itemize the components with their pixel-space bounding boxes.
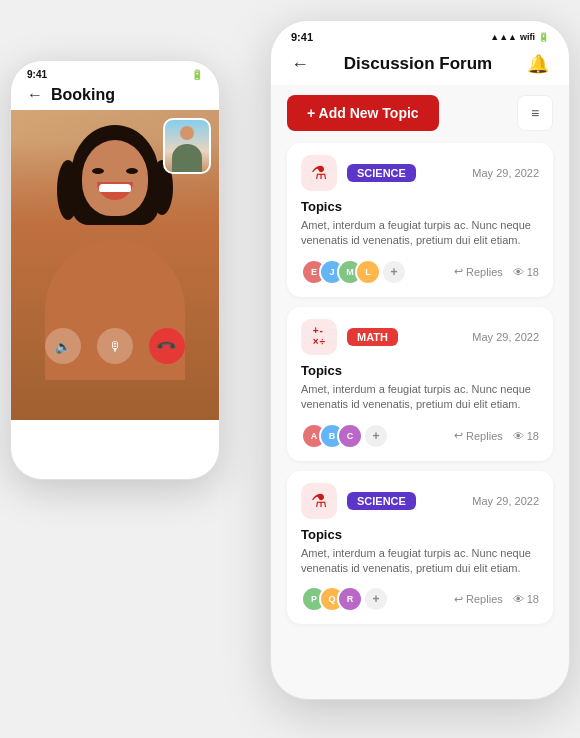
phones-container: 9:41 🔋 ← Booking [0, 0, 580, 738]
phone-left: 9:41 🔋 ← Booking [10, 60, 220, 480]
topic-card-header: ⚗ SCIENCE May 29, 2022 [301, 155, 539, 191]
topic-text: Amet, interdum a feugiat turpis ac. Nunc… [301, 546, 539, 577]
left-status-bar: 9:41 🔋 [11, 61, 219, 82]
topic-icon-science2: ⚗ [301, 483, 337, 519]
topic-date: May 29, 2022 [472, 167, 539, 179]
face-container [75, 130, 155, 225]
avatar-plus: + [381, 259, 407, 285]
views-count: 18 [527, 266, 539, 278]
end-call-btn[interactable]: 📞 [149, 328, 185, 364]
math-badge: MATH [347, 328, 398, 346]
topic-text: Amet, interdum a feugiat turpis ac. Nunc… [301, 218, 539, 249]
signal-icons: ▲▲▲ wifi 🔋 [490, 32, 549, 42]
eye-icon: 👁 [513, 266, 524, 278]
replies-label: Replies [466, 593, 503, 605]
replies-stat: ↩ Replies [454, 429, 503, 442]
replies-stat: ↩ Replies [454, 265, 503, 278]
signal-bars: ▲▲▲ [490, 32, 517, 42]
topic-icon-math: +- ×÷ [301, 319, 337, 355]
thumbnail [163, 118, 211, 174]
science-badge: SCIENCE [347, 492, 416, 510]
flask-icon: ⚗ [311, 162, 327, 184]
call-controls: 🔈 🎙 📞 [11, 328, 219, 364]
mouth [97, 182, 133, 200]
topic-title: Topics [301, 199, 539, 214]
right-status-bar: 9:41 ▲▲▲ wifi 🔋 [271, 21, 569, 47]
battery-icon: 🔋 [538, 32, 549, 42]
avatars: A B C + [301, 423, 389, 449]
avatar: C [337, 423, 363, 449]
topic-footer: E J M L + ↩ Replies 👁 18 [301, 259, 539, 285]
replies-icon: ↩ [454, 593, 463, 606]
topic-left: +- ×÷ MATH [301, 319, 398, 355]
phone-right: 9:41 ▲▲▲ wifi 🔋 ← Discussion Forum 🔔 + A… [270, 20, 570, 700]
avatar-plus: + [363, 423, 389, 449]
replies-stat: ↩ Replies [454, 593, 503, 606]
teeth [99, 184, 131, 192]
filter-icon: ≡ [531, 105, 539, 121]
volume-btn[interactable]: 🔈 [45, 328, 81, 364]
topic-stats: ↩ Replies 👁 18 [454, 265, 539, 278]
avatar: R [337, 586, 363, 612]
replies-icon: ↩ [454, 429, 463, 442]
math-symbol-icon: +- ×÷ [313, 326, 326, 347]
right-back-arrow[interactable]: ← [291, 54, 309, 75]
topic-footer: P Q R + ↩ Replies 👁 18 [301, 586, 539, 612]
topic-stats: ↩ Replies 👁 18 [454, 593, 539, 606]
video-area: 🔈 🎙 📞 [11, 110, 219, 420]
replies-label: Replies [466, 430, 503, 442]
avatar: L [355, 259, 381, 285]
mic-icon: 🎙 [109, 339, 122, 354]
topic-footer: A B C + ↩ Replies 👁 18 [301, 423, 539, 449]
topic-date: May 29, 2022 [472, 495, 539, 507]
filter-button[interactable]: ≡ [517, 95, 553, 131]
thumb-head [180, 126, 194, 140]
topic-stats: ↩ Replies 👁 18 [454, 429, 539, 442]
left-time: 9:41 [27, 69, 47, 80]
avatar-plus: + [363, 586, 389, 612]
volume-icon: 🔈 [55, 339, 71, 354]
avatars: E J M L + [301, 259, 407, 285]
end-call-icon: 📞 [156, 335, 178, 357]
thumb-body [172, 144, 202, 172]
eye-icon: 👁 [513, 430, 524, 442]
topic-text: Amet, interdum a feugiat turpis ac. Nunc… [301, 382, 539, 413]
left-back-arrow[interactable]: ← [27, 86, 43, 104]
topic-card[interactable]: ⚗ SCIENCE May 29, 2022 Topics Amet, inte… [287, 471, 553, 625]
topic-card-header: +- ×÷ MATH May 29, 2022 [301, 319, 539, 355]
topic-icon-science: ⚗ [301, 155, 337, 191]
science-badge: SCIENCE [347, 164, 416, 182]
face-skin [82, 140, 148, 216]
topic-title: Topics [301, 363, 539, 378]
add-topic-button[interactable]: + Add New Topic [287, 95, 439, 131]
forum-content: + Add New Topic ≡ ⚗ SCIENCE May 29, 2022 [271, 85, 569, 644]
avatars: P Q R + [301, 586, 389, 612]
notification-bell-icon[interactable]: 🔔 [527, 53, 549, 75]
topic-card-header: ⚗ SCIENCE May 29, 2022 [301, 483, 539, 519]
topic-date: May 29, 2022 [472, 331, 539, 343]
eye-right [126, 168, 138, 174]
topic-title: Topics [301, 527, 539, 542]
eye-icon: 👁 [513, 593, 524, 605]
views-stat: 👁 18 [513, 266, 539, 278]
views-stat: 👁 18 [513, 430, 539, 442]
wifi-icon: wifi [520, 32, 535, 42]
flask-icon: ⚗ [311, 490, 327, 512]
topic-left: ⚗ SCIENCE [301, 483, 416, 519]
right-title: Discussion Forum [344, 54, 492, 74]
right-header: ← Discussion Forum 🔔 [271, 47, 569, 85]
add-topic-row: + Add New Topic ≡ [287, 95, 553, 131]
views-count: 18 [527, 593, 539, 605]
right-time: 9:41 [291, 31, 313, 43]
hair-left [57, 160, 79, 220]
left-title: Booking [51, 86, 115, 104]
left-header: ← Booking [11, 82, 219, 110]
replies-icon: ↩ [454, 265, 463, 278]
views-stat: 👁 18 [513, 593, 539, 605]
mic-btn[interactable]: 🎙 [97, 328, 133, 364]
replies-label: Replies [466, 266, 503, 278]
topic-card[interactable]: +- ×÷ MATH May 29, 2022 Topics Amet, int… [287, 307, 553, 461]
topic-card[interactable]: ⚗ SCIENCE May 29, 2022 Topics Amet, inte… [287, 143, 553, 297]
left-battery: 🔋 [191, 69, 203, 80]
views-count: 18 [527, 430, 539, 442]
